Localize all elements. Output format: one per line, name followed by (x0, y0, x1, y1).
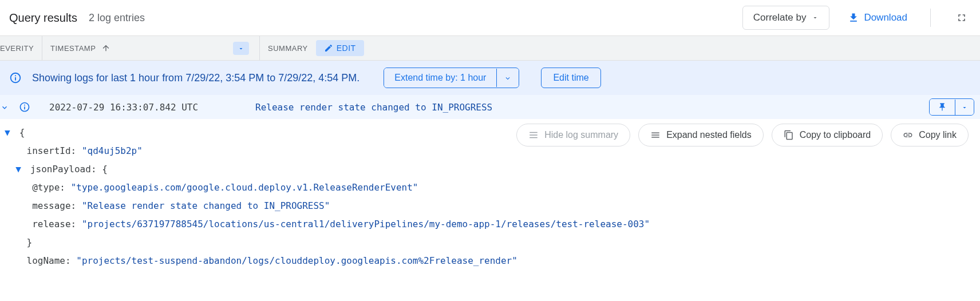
arrow-up-icon (101, 43, 110, 53)
collapse-caret[interactable] (0, 102, 11, 112)
download-button[interactable]: Download (841, 7, 914, 28)
brace-open: { (102, 164, 108, 175)
col-summary-label: SUMMARY (268, 44, 308, 53)
pencil-icon (324, 43, 333, 53)
log-detail-actions: Hide log summary Expand nested fields Co… (516, 124, 969, 146)
caret-toggle[interactable]: ▼ (5, 124, 14, 142)
pin-dropdown[interactable] (955, 100, 974, 115)
caret-down-icon (961, 104, 968, 111)
info-icon (9, 72, 22, 84)
divider (930, 9, 931, 27)
json-value[interactable]: "projects/test-suspend-abandon/logs/clou… (76, 255, 517, 266)
brace-open: { (19, 127, 25, 138)
copy-link-label: Copy link (919, 130, 957, 140)
col-severity[interactable]: EVERITY (0, 36, 42, 60)
banner-text: Showing logs for last 1 hour from 7/29/2… (32, 72, 359, 84)
log-timestamp: 2022-07-29 16:33:07.842 UTC (38, 102, 255, 113)
time-range-banner: Showing logs for last 1 hour from 7/29/2… (0, 61, 980, 95)
hide-summary-label: Hide log summary (544, 130, 618, 140)
fullscreen-icon (956, 12, 967, 23)
log-count: 2 log entries (89, 12, 145, 24)
download-label: Download (864, 12, 907, 23)
edit-time-button[interactable]: Edit time (541, 68, 600, 88)
chevron-down-icon (0, 103, 9, 112)
json-value[interactable]: "projects/637197788545/locations/us-cent… (82, 219, 650, 229)
json-key[interactable]: logName (27, 255, 65, 266)
correlate-label: Correlate by (753, 12, 807, 23)
expand-nested-label: Expand nested fields (666, 130, 752, 140)
brace-close: } (27, 237, 33, 248)
correlate-by-button[interactable]: Correlate by (742, 6, 830, 30)
copy-clipboard-label: Copy to clipboard (800, 130, 871, 140)
extend-time-group: Extend time by: 1 hour (384, 68, 519, 88)
caret-toggle[interactable]: ▼ (15, 160, 25, 179)
link-icon (903, 130, 913, 140)
json-key[interactable]: @type (32, 182, 60, 193)
log-entry-row[interactable]: 2022-07-29 16:33:07.842 UTC Release rend… (0, 95, 980, 119)
expand-icon (650, 130, 661, 140)
copy-icon (784, 130, 794, 140)
caret-down-icon (238, 45, 244, 52)
expanded-log-detail: Hide log summary Expand nested fields Co… (0, 119, 980, 270)
caret-down-icon (812, 14, 819, 21)
json-key[interactable]: jsonPayload (30, 164, 91, 175)
col-summary: SUMMARY EDIT (260, 40, 372, 56)
extend-time-dropdown[interactable] (496, 69, 519, 86)
pin-icon (938, 102, 947, 112)
json-key[interactable]: release (32, 219, 70, 229)
severity-info-icon[interactable] (11, 101, 38, 113)
download-icon (848, 12, 859, 23)
hide-summary-button[interactable]: Hide log summary (516, 124, 630, 146)
fullscreen-button[interactable] (953, 9, 971, 27)
chevron-down-icon (504, 74, 512, 82)
col-timestamp[interactable]: TIMESTAMP (42, 36, 260, 60)
json-value[interactable]: "qd4uj5b2p" (82, 145, 143, 156)
copy-link-button[interactable]: Copy link (891, 124, 969, 146)
page-title: Query results (9, 11, 77, 25)
json-value[interactable]: "Release render state changed to IN_PROG… (82, 200, 330, 211)
header-bar: Query results 2 log entries Correlate by… (0, 0, 980, 35)
col-timestamp-label: TIMESTAMP (50, 44, 96, 53)
json-key[interactable]: message (32, 200, 70, 211)
info-icon (19, 101, 30, 113)
json-value[interactable]: "type.googleapis.com/google.cloud.deploy… (71, 182, 418, 193)
copy-clipboard-button[interactable]: Copy to clipboard (772, 124, 883, 146)
pin-group (929, 98, 974, 116)
expand-nested-button[interactable]: Expand nested fields (638, 124, 764, 146)
columns-header: EVERITY TIMESTAMP SUMMARY EDIT (0, 35, 980, 61)
edit-summary-button[interactable]: EDIT (316, 40, 364, 56)
pin-button[interactable] (930, 99, 955, 115)
timestamp-dropdown[interactable] (233, 42, 249, 55)
log-summary-text: Release render state changed to IN_PROGR… (255, 102, 929, 113)
json-key[interactable]: insertId (27, 145, 71, 156)
summary-icon (528, 130, 539, 140)
extend-time-button[interactable]: Extend time by: 1 hour (384, 68, 496, 88)
edit-label: EDIT (337, 43, 356, 53)
